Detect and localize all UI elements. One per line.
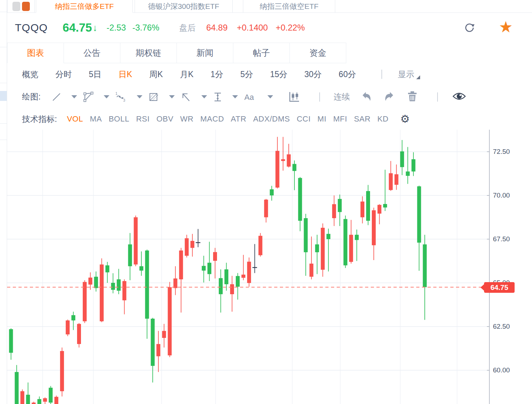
divider	[437, 92, 438, 102]
candle-body	[366, 191, 370, 221]
candlestick-chart[interactable]: 72.5070.0067.5065.0062.5060.00 64.75	[7, 130, 532, 404]
chevron-down-icon[interactable]	[137, 95, 142, 98]
candle-body	[259, 236, 262, 255]
trading-app: 纳指三倍做多ETF德银沪深300指数ETF纳指三倍做空ETF TQQQ 64.7…	[0, 0, 532, 404]
tf-intraday[interactable]: 分时	[55, 69, 72, 80]
continuous-mode-button[interactable]: 连续	[333, 91, 350, 102]
after-hours-price: 64.89	[206, 23, 228, 33]
gear-icon[interactable]: ⚙	[400, 114, 410, 124]
arrow-icon[interactable]	[180, 91, 192, 103]
elliott-wave-icon[interactable]: 1 3	[115, 91, 127, 103]
refresh-icon[interactable]	[463, 21, 476, 34]
indicator-vol[interactable]: VOL	[67, 114, 83, 124]
etf-tab-strip: 纳指三倍做多ETF德银沪深300指数ETF纳指三倍做空ETF	[7, 0, 532, 13]
price-change-pct: -3.76%	[132, 23, 159, 33]
text-icon[interactable]: Aa	[244, 92, 258, 102]
axis-tick-label: 60.00	[493, 366, 525, 374]
indicator-macd[interactable]: MACD	[200, 114, 224, 124]
chevron-down-icon[interactable]	[104, 95, 109, 98]
indicator-bar: 技术指标: VOLMABOLLRSIOBVWRMACDATRADX/DMSCCI…	[7, 108, 532, 130]
favorite-star-icon[interactable]: ★	[499, 18, 513, 36]
candle-body	[71, 315, 75, 320]
tab-list-icon-gray-square	[12, 2, 20, 11]
divider	[381, 70, 382, 79]
axis-tick-label: 72.50	[493, 148, 525, 156]
candle-body	[326, 234, 330, 239]
candle-body	[230, 284, 234, 294]
drawing-toolbar: 绘图: 1 3	[7, 85, 532, 108]
candle-body	[378, 205, 381, 214]
chevron-down-icon[interactable]	[71, 95, 77, 98]
candle-body	[15, 372, 18, 404]
indicator-sar[interactable]: SAR	[354, 114, 371, 124]
trend-line-icon[interactable]	[51, 92, 62, 102]
tab-news[interactable]: 新闻	[177, 43, 233, 63]
tf-1min[interactable]: 1分	[211, 69, 223, 80]
candle-body	[190, 241, 194, 248]
eye-icon[interactable]	[452, 91, 466, 103]
chevron-down-icon[interactable]	[201, 95, 207, 98]
indicator-rsi[interactable]: RSI	[136, 114, 150, 124]
tf-monthly-k[interactable]: 月K	[180, 69, 193, 80]
indicator-cci[interactable]: CCI	[297, 114, 310, 124]
tab-option-chain[interactable]: 期权链	[120, 43, 177, 63]
rail-divider	[0, 83, 7, 83]
chevron-down-icon[interactable]	[169, 95, 175, 98]
indicator-mi[interactable]: MI	[317, 114, 326, 124]
price-range-icon[interactable]	[213, 91, 223, 103]
indicator-obv[interactable]: OBV	[156, 114, 173, 124]
trash-icon[interactable]	[407, 90, 418, 104]
indicator-adx-dms[interactable]: ADX/DMS	[253, 114, 290, 124]
tab-list-button[interactable]	[7, 0, 35, 12]
undo-icon[interactable]	[360, 91, 373, 103]
tf-60min[interactable]: 60分	[339, 69, 356, 80]
tab-chart[interactable]: 图表	[7, 43, 64, 63]
indicator-ma[interactable]: MA	[90, 114, 102, 124]
tf-15min[interactable]: 15分	[270, 69, 287, 80]
candle-body	[309, 264, 313, 277]
tf-5day[interactable]: 5日	[89, 69, 102, 80]
display-dropdown[interactable]: 显示	[398, 69, 420, 80]
candle-body	[412, 159, 416, 171]
after-hours-change-pct: +0.22%	[276, 23, 305, 33]
tab-list-icon-orange-square	[22, 2, 30, 11]
candle-axis-icon[interactable]	[288, 91, 300, 103]
indicator-wr[interactable]: WR	[180, 114, 194, 124]
tf-weekly-k[interactable]: 周K	[149, 69, 163, 80]
tf-overview[interactable]: 概览	[22, 69, 38, 80]
candle-body	[298, 178, 302, 221]
gann-box-icon[interactable]	[148, 91, 159, 103]
etf-tab-nasdaq-3x-short[interactable]: 纳指三倍做空ETF	[243, 0, 335, 12]
tf-5min[interactable]: 5分	[240, 69, 253, 80]
chevron-down-icon[interactable]	[232, 95, 238, 98]
tab-posts[interactable]: 帖子	[233, 43, 290, 63]
etf-tab-csi300[interactable]: 德银沪深300指数ETF	[135, 0, 233, 12]
rail-divider	[0, 123, 7, 124]
caret-corner-icon	[416, 75, 420, 79]
indicator-mfi[interactable]: MFI	[333, 114, 347, 124]
last-price-tag: 64.75	[484, 282, 515, 293]
axis-tick-label: 70.00	[493, 192, 525, 199]
tf-daily-k[interactable]: 日K	[119, 69, 132, 80]
redo-icon[interactable]	[383, 91, 396, 103]
candle-body	[338, 199, 342, 212]
polyline-icon[interactable]	[83, 91, 94, 103]
rail-selected-item[interactable]	[0, 91, 7, 101]
content-tab-bar: 图表公告期权链新闻帖子资金	[7, 43, 532, 63]
candle-body	[213, 252, 217, 261]
candle-body	[264, 200, 268, 217]
tab-funds[interactable]: 资金	[289, 43, 346, 63]
indicator-kd[interactable]: KD	[377, 114, 389, 124]
rail-divider	[0, 47, 7, 47]
indicator-atr[interactable]: ATR	[231, 114, 246, 124]
candle-body	[281, 159, 285, 161]
candle-body	[156, 344, 160, 356]
tf-30min[interactable]: 30分	[304, 69, 322, 80]
drawing-label: 绘图:	[22, 91, 40, 102]
etf-tab-nasdaq-3x-long[interactable]: 纳指三倍做多ETF	[36, 0, 133, 13]
candle-body	[9, 329, 13, 352]
display-label: 显示	[398, 69, 414, 80]
tab-announcements[interactable]: 公告	[64, 43, 120, 63]
chevron-down-icon[interactable]	[267, 95, 273, 98]
indicator-boll[interactable]: BOLL	[109, 114, 129, 124]
